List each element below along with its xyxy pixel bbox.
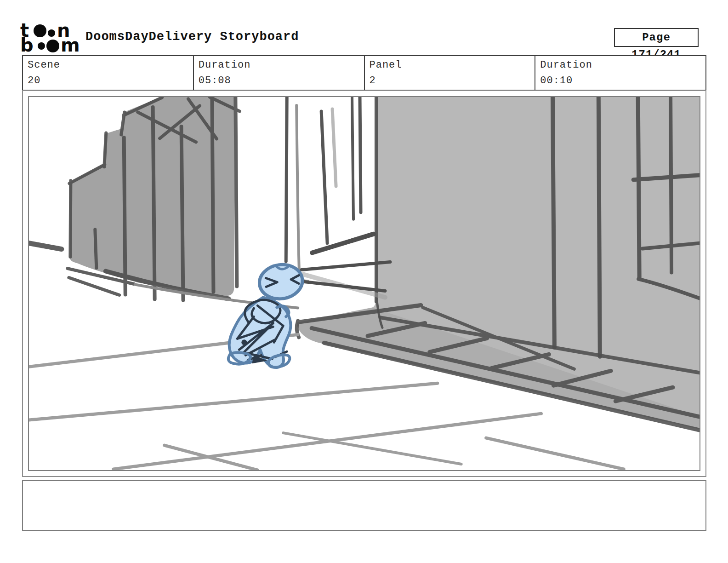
doorway-vertical xyxy=(360,97,361,213)
wall-vertical-line xyxy=(552,97,554,347)
info-cell-panel-duration: Duration 00:10 xyxy=(535,56,705,90)
building-vertical xyxy=(212,99,213,292)
info-cell-scene: Scene 20 xyxy=(23,56,194,90)
character xyxy=(228,262,305,368)
door-bottom-diagonal xyxy=(312,234,374,253)
info-cell-panel: Panel 2 xyxy=(365,56,536,90)
storyboard-panel xyxy=(28,96,700,471)
building-edge xyxy=(104,133,106,167)
panel-value: 2 xyxy=(370,73,530,89)
building-vertical xyxy=(153,107,155,299)
info-cell-scene-duration: Duration 05:08 xyxy=(194,56,365,90)
doorway-vertical xyxy=(321,111,327,243)
scribble-knot xyxy=(241,339,247,345)
building-vertical xyxy=(95,230,97,268)
scene-value: 20 xyxy=(28,73,188,89)
caption-box xyxy=(22,480,706,531)
storyboard-sketch xyxy=(29,97,700,470)
building-vertical xyxy=(124,138,125,295)
sill-line xyxy=(296,281,385,291)
scene-duration-value: 05:08 xyxy=(199,73,359,89)
panel-duration-value: 00:10 xyxy=(540,73,701,89)
wall-vertical-line xyxy=(598,97,600,356)
logo-dot-icon xyxy=(38,42,45,50)
doorway-vertical xyxy=(352,97,353,219)
ground-line xyxy=(283,433,461,464)
logo-letter-m: m xyxy=(61,34,80,52)
panel-label: Panel xyxy=(370,57,530,73)
logo-dot-icon xyxy=(46,40,59,52)
alley-doorway xyxy=(286,97,390,297)
building-vertical xyxy=(182,126,183,300)
logo-dot-icon xyxy=(34,24,46,37)
toonboom-logo: t n b m xyxy=(20,22,81,52)
left-building xyxy=(29,97,298,308)
logo-letter-b: b xyxy=(20,34,34,52)
page-number-badge: Page 171/241 xyxy=(614,28,699,47)
building-vertical xyxy=(70,181,71,257)
ground-line xyxy=(486,438,624,469)
left-edge-mark xyxy=(29,243,62,249)
storyboard-panel-frame xyxy=(22,90,706,477)
scene-label: Scene xyxy=(28,57,188,73)
building-vertical xyxy=(235,97,237,286)
scene-duration-label: Duration xyxy=(199,57,359,73)
doorway-vertical-soft xyxy=(332,109,336,186)
document-title: DoomsDayDelivery Storyboard xyxy=(85,29,299,44)
panel-info-bar: Scene 20 Duration 05:08 Panel 2 Duration… xyxy=(22,55,706,91)
panel-duration-label: Duration xyxy=(540,57,701,73)
ground-line xyxy=(29,383,438,420)
logo-dot-icon xyxy=(48,29,55,37)
right-wall xyxy=(296,97,700,429)
doorway-vertical-light xyxy=(296,105,308,282)
doorway-vertical xyxy=(286,97,287,262)
window-vertical xyxy=(638,97,639,278)
